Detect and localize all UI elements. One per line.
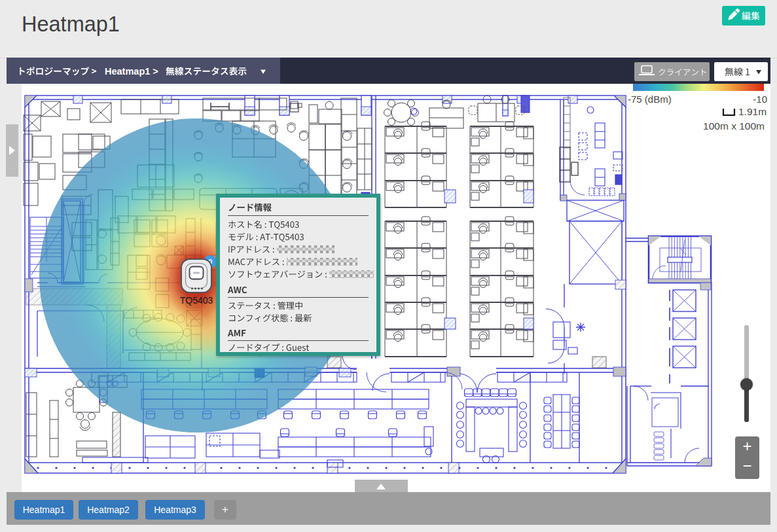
svg-text:Heatmap1 >: Heatmap1 > [105, 66, 158, 77]
